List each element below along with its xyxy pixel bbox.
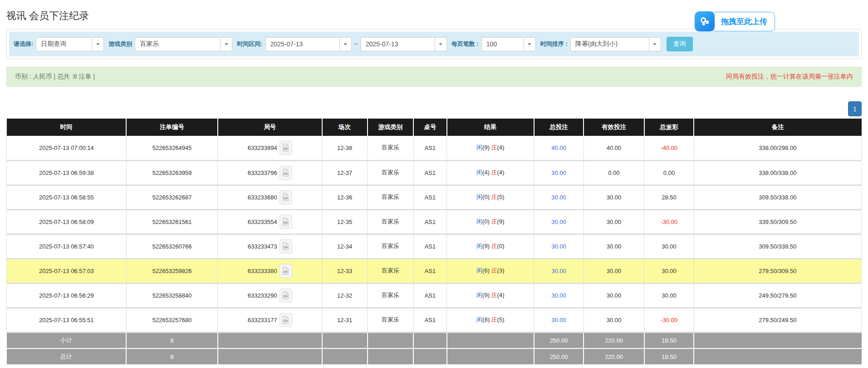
total-bet-link[interactable]: 30.00 [534,283,584,308]
bet-id-cell: 522653258840 [126,283,218,308]
summary-valid-bet-cell: 220.00 [584,332,644,348]
game-type-cell: 百家乐 [368,185,414,209]
chevron-down-icon [339,38,351,51]
time-sort-value: 降幂(由大到小) [571,40,649,48]
result-cell: 闲(9) 庄(4) [447,136,534,160]
session-cell: 12-37 [322,160,368,185]
bet-id-cell: 522653264945 [126,136,218,160]
table-row: 2025-07-13 06:59:38 522653263959 6332337… [7,160,862,185]
valid-bet-cell: 30.00 [584,209,644,234]
pagination: 1 [6,87,862,119]
session-cell: 12-35 [322,209,368,234]
summary-row: 总计 8 250.00 220.00 18.50 [7,348,862,365]
summary-label-cell: 小计 [7,332,127,348]
total-bet-link[interactable]: 40.00 [534,136,584,160]
total-bet-link[interactable]: 30.00 [534,185,584,209]
game-type-cell: 百家乐 [368,160,414,185]
valid-bet-cell: 30.00 [584,283,644,308]
search-button[interactable]: 查询 [667,37,693,51]
page-size-label: 每页笔数 : [451,40,479,48]
total-bet-link[interactable]: 30.00 [534,209,584,234]
round-cell: 633233380 [218,259,322,283]
total-bet-link[interactable]: 30.00 [534,308,584,332]
table-row: 2025-07-13 07:00:14 522653264945 6332338… [7,136,862,160]
result-cell: 闲(6) 庄(3) [447,259,534,283]
result-cell: 闲(0) 庄(9) [447,209,534,234]
summary-label-cell: 总计 [7,348,127,365]
summary-total-bet-cell: 250.00 [534,332,584,348]
page-1-button[interactable]: 1 [848,101,862,116]
session-cell: 12-33 [322,259,368,283]
player-result: 闲 [476,144,482,151]
time-sort-label: 时间排序 : [540,40,568,48]
payout-cell: 30.00 [644,234,694,259]
page-size-value: 100 [482,40,524,48]
note-cell: 338.00/298.00 [694,136,861,160]
valid-bet-cell: 0.00 [584,160,644,185]
summary-row: 小计 8 250.00 220.00 18.50 [7,332,862,348]
date-to-select[interactable]: 2025-07-13 [361,37,447,51]
total-bet-link[interactable]: 30.00 [534,234,584,259]
bet-id-cell: 522653257680 [126,308,218,332]
chevron-down-icon [220,38,232,51]
table-no-cell: AS1 [413,160,446,185]
column-header: 注单编号 [126,119,218,136]
chevron-down-icon [435,38,446,51]
table-row: 2025-07-13 06:58:09 522653261561 6332335… [7,209,862,234]
game-type-select[interactable]: 百家乐 [135,37,232,51]
video-replay-button[interactable] [280,166,292,180]
total-bet-link[interactable]: 30.00 [534,160,584,185]
video-replay-button[interactable] [280,141,292,155]
page-size-select[interactable]: 100 [481,37,536,51]
column-header: 总派彩 [644,119,694,136]
video-replay-button[interactable] [280,313,292,327]
note-cell: 249.50/279.50 [694,283,861,308]
column-header: 局号 [218,119,322,136]
game-type-cell: 百家乐 [368,308,414,332]
date-from-select[interactable]: 2025-07-13 [265,37,352,51]
bet-id-cell: 522653262687 [126,185,218,209]
round-id: 633233894 [248,144,277,151]
cloud-share-icon [695,11,715,31]
time-cell: 2025-07-13 06:55:51 [7,308,127,332]
video-replay-button[interactable] [280,239,292,254]
game-type-label: 游戏类别 [108,40,132,48]
video-replay-button[interactable] [280,264,292,278]
drag-upload-dropzone[interactable]: 拖拽至此上传 [695,11,775,31]
table-no-cell: AS1 [413,308,446,332]
bet-records-table: 时间注单编号局号场次游戏类别桌号结果总投注有效投注总派彩备注 2025-07-1… [6,119,862,365]
session-cell: 12-36 [322,185,368,209]
video-replay-button[interactable] [280,190,292,204]
table-row: 2025-07-13 06:58:55 522653262687 6332336… [7,185,862,209]
round-cell: 633233680 [218,185,322,209]
payout-cell: 30.00 [644,283,694,308]
time-sort-select[interactable]: 降幂(由大到小) [570,37,661,51]
payout-cell: 0.00 [644,160,694,185]
payout-cell: -30.00 [644,308,694,332]
video-replay-button[interactable] [280,288,292,303]
valid-bet-cell: 30.00 [584,185,644,209]
player-result: 闲 [476,243,482,249]
time-cell: 2025-07-13 07:00:14 [7,136,127,160]
round-id: 633233473 [248,243,277,250]
bet-id-cell: 522653260766 [126,234,218,259]
video-replay-button[interactable] [280,215,292,229]
round-cell: 633233894 [218,136,322,160]
query-type-select[interactable]: 日期查询 [36,37,104,51]
filter-bar: 请选择: 日期查询 游戏类别 百家乐 时间区间: 2025-07-13 ~ 20… [9,32,859,56]
total-bet-link[interactable]: 30.00 [534,259,584,283]
summary-count-cell: 8 [126,348,218,365]
note-cell: 279.50/249.50 [694,308,861,332]
note-cell: 309.50/338.00 [694,185,861,209]
table-no-cell: AS1 [413,234,446,259]
payout-cell: 30.00 [644,259,694,283]
valid-bet-cell: 40.00 [584,136,644,160]
round-cell: 633233796 [218,160,322,185]
result-cell: 闲(4) 庄(4) [447,160,534,185]
table-no-cell: AS1 [413,136,446,160]
table-no-cell: AS1 [413,185,446,209]
time-cell: 2025-07-13 06:59:38 [7,160,127,185]
table-header-row: 时间注单编号局号场次游戏类别桌号结果总投注有效投注总派彩备注 [7,119,862,136]
table-no-cell: AS1 [413,259,446,283]
note-cell: 279.50/309.50 [694,259,861,283]
